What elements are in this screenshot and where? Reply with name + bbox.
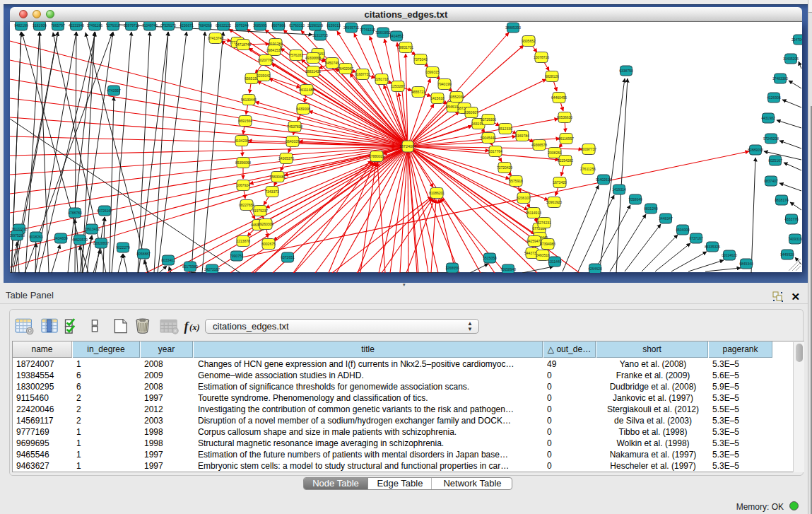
svg-text:7375043: 7375043	[413, 57, 428, 62]
svg-text:8818174: 8818174	[775, 198, 789, 202]
svg-text:59045440: 59045440	[481, 136, 496, 140]
svg-text:51313735: 51313735	[312, 33, 328, 37]
svg-text:6512330: 6512330	[498, 127, 512, 131]
svg-text:13613412: 13613412	[84, 227, 100, 231]
svg-text:86111489: 86111489	[299, 88, 314, 92]
svg-text:2493516: 2493516	[536, 253, 550, 257]
svg-text:26114913: 26114913	[526, 211, 541, 215]
svg-text:0399315: 0399315	[425, 70, 440, 74]
svg-text:6849340: 6849340	[739, 262, 753, 266]
svg-text:4504000: 4504000	[676, 228, 690, 232]
svg-text:18724007: 18724007	[399, 144, 416, 148]
svg-text:3448347: 3448347	[659, 216, 673, 221]
svg-text:81086201: 81086201	[429, 191, 445, 195]
svg-text:5276018: 5276018	[106, 23, 120, 28]
svg-text:70658948: 70658948	[500, 267, 516, 271]
svg-text:1067924: 1067924	[236, 183, 250, 187]
svg-text:84335326: 84335326	[705, 245, 720, 249]
svg-text:8159013: 8159013	[326, 23, 341, 28]
svg-text:7576283: 7576283	[289, 53, 303, 57]
svg-text:0640037: 0640037	[286, 139, 300, 144]
svg-text:0837407: 0837407	[764, 179, 778, 183]
svg-text:49306668: 49306668	[305, 56, 321, 60]
svg-text:4104234: 4104234	[235, 139, 249, 143]
svg-text:4126906: 4126906	[767, 95, 781, 100]
svg-text:28831436: 28831436	[305, 69, 321, 74]
svg-text:(x): (x)	[189, 322, 200, 332]
svg-text:8033401: 8033401	[161, 258, 175, 262]
svg-text:49366578: 49366578	[531, 143, 547, 147]
svg-text:93729306: 93729306	[481, 117, 496, 122]
svg-text:0831240: 0831240	[644, 206, 658, 211]
svg-text:76402067: 76402067	[338, 66, 353, 71]
svg-text:26116957: 26116957	[558, 136, 574, 141]
svg-text:7940199: 7940199	[437, 82, 452, 86]
svg-text:64460495: 64460495	[551, 95, 567, 100]
svg-text:02014620: 02014620	[722, 253, 737, 257]
svg-text:8737167: 8737167	[689, 236, 703, 240]
svg-text:24595711: 24595711	[343, 25, 359, 30]
svg-text:2281718: 2281718	[375, 77, 389, 81]
svg-text:38885393: 38885393	[505, 25, 521, 30]
svg-text:57249208: 57249208	[763, 136, 779, 141]
svg-text:07413748: 07413748	[208, 36, 223, 40]
svg-text:72720429: 72720429	[497, 165, 512, 170]
svg-text:43231948: 43231948	[69, 23, 84, 28]
svg-text:17483380: 17483380	[772, 76, 788, 81]
svg-text:4236671: 4236671	[180, 23, 194, 28]
svg-text:0239042: 0239042	[257, 74, 271, 78]
svg-text:2008261: 2008261	[548, 151, 562, 155]
svg-text:7865797: 7865797	[51, 23, 65, 28]
svg-text:1673420: 1673420	[553, 180, 567, 185]
svg-text:5575918: 5575918	[509, 179, 523, 183]
svg-text:5169784: 5169784	[515, 134, 529, 138]
svg-text:29975288: 29975288	[10, 233, 25, 238]
svg-text:7409319: 7409319	[788, 237, 802, 241]
svg-text:7058649: 7058649	[628, 197, 642, 201]
svg-text:7684268: 7684268	[198, 23, 212, 28]
svg-text:01687731: 01687731	[355, 72, 370, 76]
svg-text:55979711: 55979711	[124, 23, 139, 28]
svg-text:4655721: 4655721	[411, 90, 425, 94]
svg-text:6338750: 6338750	[619, 69, 633, 73]
svg-text:6439008: 6439008	[296, 107, 310, 111]
svg-text:08227654: 08227654	[239, 203, 254, 207]
svg-text:82254282: 82254282	[558, 158, 573, 163]
svg-text:0317764: 0317764	[488, 149, 502, 153]
svg-text:50961923: 50961923	[546, 200, 562, 204]
svg-text:85356068: 85356068	[235, 160, 251, 165]
svg-text:7343373: 7343373	[265, 189, 279, 194]
svg-text:24273167: 24273167	[204, 267, 220, 271]
svg-text:04718746: 04718746	[235, 42, 251, 47]
svg-text:3274231: 3274231	[537, 221, 551, 225]
svg-text:83726167: 83726167	[97, 209, 112, 213]
svg-text:38831701: 38831701	[398, 45, 413, 49]
svg-text:13078716: 13078716	[534, 55, 549, 59]
svg-text:9022279: 9022279	[116, 245, 130, 250]
svg-text:71049746: 71049746	[142, 23, 158, 28]
svg-text:65632122: 65632122	[216, 23, 231, 28]
svg-text:4264628: 4264628	[588, 267, 602, 271]
svg-text:22470455: 22470455	[792, 37, 802, 42]
svg-text:6828126: 6828126	[545, 74, 559, 78]
svg-text:56130445: 56130445	[241, 98, 257, 102]
svg-text:60536630: 60536630	[557, 115, 572, 119]
svg-text:4431982: 4431982	[761, 116, 775, 120]
svg-text:74537838: 74537838	[287, 124, 302, 129]
svg-text:1415618: 1415618	[430, 96, 445, 100]
svg-text:6002675: 6002675	[261, 242, 276, 246]
svg-text:6360607: 6360607	[464, 110, 478, 115]
svg-text:9482199: 9482199	[14, 23, 28, 28]
svg-text:5515058: 5515058	[483, 256, 497, 260]
svg-text:6691564: 6691564	[238, 119, 252, 123]
svg-text:17880021: 17880021	[369, 154, 384, 158]
svg-text:30435205: 30435205	[783, 57, 799, 61]
svg-text:30552034: 30552034	[449, 95, 464, 99]
svg-text:65630481: 65630481	[270, 175, 286, 179]
svg-text:57491186: 57491186	[87, 23, 102, 28]
svg-text:2213878: 2213878	[236, 239, 250, 243]
svg-text:5449920: 5449920	[780, 252, 794, 257]
svg-text:87394983: 87394983	[540, 242, 555, 246]
svg-text:8058887: 8058887	[136, 252, 151, 256]
svg-text:4743957: 4743957	[107, 88, 121, 93]
